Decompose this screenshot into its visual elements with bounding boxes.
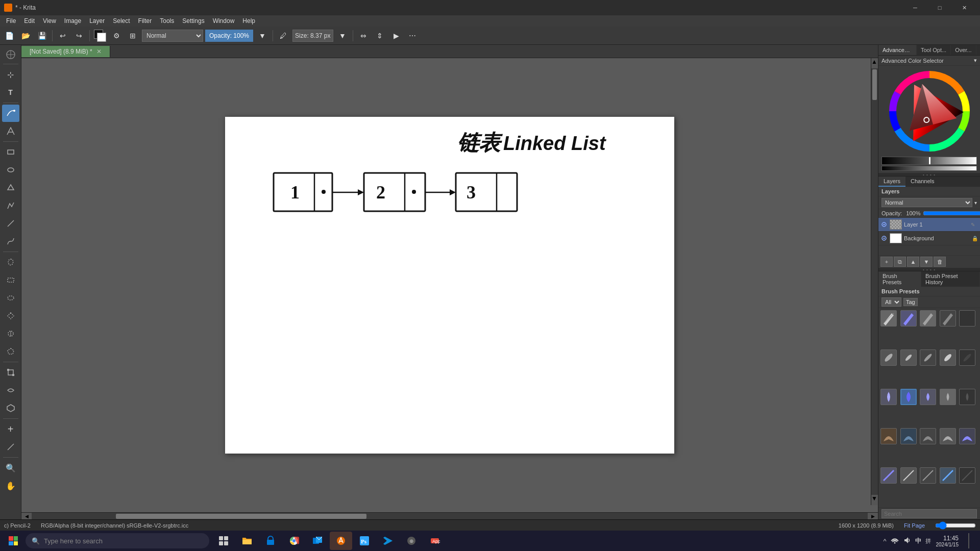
more-options-button[interactable]: ⋯ [405,29,420,43]
close-tab-button[interactable]: ✕ [96,48,102,55]
brush-preset-9[interactable] [940,349,956,366]
menu-help[interactable]: Help [238,16,259,26]
channels-tab[interactable]: Channels [905,177,939,187]
tab-advanced-color-selector[interactable]: Advanced Color Sele... [878,45,917,55]
brush-preset-7[interactable] [900,349,917,366]
brush-preset-16[interactable] [880,428,897,444]
brush-preset-18[interactable] [920,428,936,444]
add-layer-button[interactable]: + [880,257,893,267]
rectangle-tool[interactable] [2,143,19,161]
vscode-button[interactable] [377,532,399,550]
brush-settings-button[interactable]: ⚙ [109,29,124,43]
start-button[interactable] [2,532,24,550]
pan-tool[interactable]: ✋ [2,477,19,494]
scroll-left-button[interactable]: ◀ [21,513,32,520]
brush-preset-24[interactable] [940,467,956,484]
brush-history-tab[interactable]: Brush Preset History [921,271,980,287]
brush-preset-12[interactable] [900,389,917,405]
redo-button[interactable]: ↪ [72,29,86,43]
delete-layer-button[interactable]: 🗑 [934,257,946,267]
taskbar-search-box[interactable]: 🔍 Type here to search [26,533,209,548]
brush-preset-3[interactable] [920,310,936,327]
store-button[interactable] [259,532,282,550]
menu-tools[interactable]: Tools [156,16,178,26]
taskbar-clock[interactable]: 11:45 2024/1/15 [933,534,962,548]
brush-preset-4[interactable] [940,310,956,327]
freehand-brush-tool[interactable] [2,105,19,122]
menu-select[interactable]: Select [109,16,134,26]
brush-preset-19[interactable] [940,428,956,444]
scroll-right-button[interactable]: ▶ [868,513,878,520]
layers-blend-mode-select[interactable]: Normal [881,198,972,207]
brush-presets-tab[interactable]: Brush Presets [878,271,921,287]
fit-page-button[interactable]: Fit Page [904,522,925,529]
file-explorer-button[interactable] [236,532,258,550]
brush-preset-6[interactable] [880,349,897,366]
brush-preset-1[interactable] [880,310,897,327]
scroll-down-button[interactable]: ▼ [871,495,878,505]
transform-tool[interactable]: ⊹ [2,66,19,83]
copy-layer-button[interactable]: ⧉ [894,257,906,267]
menu-view[interactable]: View [39,16,60,26]
brush-preset-21[interactable] [880,467,897,484]
scroll-thumb[interactable] [872,69,877,100]
measure-tool[interactable] [2,438,19,456]
scroll-up-button[interactable]: ▲ [871,58,878,68]
polygon-tool[interactable] [2,179,19,196]
bezier-tool[interactable] [2,233,19,250]
extra-app-2-button[interactable]: App [424,532,446,550]
line-tool[interactable] [2,215,19,232]
brush-preset-25[interactable] [959,467,975,484]
color-selector-collapse[interactable]: ▾ [974,57,977,64]
similar-select-tool[interactable] [2,343,19,360]
brush-preset-20[interactable] [959,428,975,444]
rect-select-tool[interactable] [2,271,19,289]
brush-preset-8[interactable] [920,349,936,366]
opacity-button[interactable]: Opacity: 100% [205,30,253,42]
calligraphy-tool[interactable] [2,122,19,140]
menu-window[interactable]: Window [209,16,239,26]
menu-image[interactable]: Image [60,16,85,26]
layers-tab[interactable]: Layers [878,177,905,187]
photoshop-button[interactable]: Ps [353,532,376,550]
background-visibility-toggle[interactable] [880,235,888,242]
move-layer-up-button[interactable]: ▲ [907,257,919,267]
brush-filter-select[interactable]: All [881,297,901,307]
brush-search-input[interactable] [881,509,977,518]
brush-preset-14[interactable] [940,389,956,405]
drawing-canvas[interactable]: 链表 Linked List 1 2 [225,117,674,454]
color-value-bar[interactable] [881,166,977,171]
cage-tool[interactable] [2,399,19,417]
tab-tool-options[interactable]: Tool Opt... [917,45,951,55]
tray-ime-label[interactable]: 拼 [925,537,931,545]
ellipse-select-tool[interactable] [2,289,19,307]
krita-taskbar-button[interactable] [330,532,352,550]
canvas-tab[interactable]: [Not Saved] (8.9 MiB) * ✕ [21,46,110,57]
transform-mask-tool[interactable] [2,364,19,381]
save-file-button[interactable]: 💾 [35,29,49,43]
grid-toggle-button[interactable]: ⊞ [126,29,140,43]
close-button[interactable]: ✕ [952,0,976,15]
brush-preset-13[interactable] [920,389,936,405]
add-tool[interactable]: + [2,420,19,438]
color-select-tool[interactable] [2,325,19,342]
brush-preset-15[interactable] [959,389,975,405]
canvas-container[interactable]: 链表 Linked List 1 2 [21,58,878,512]
menu-settings[interactable]: Settings [178,16,208,26]
brush-preset-17[interactable] [900,428,917,444]
chrome-button[interactable] [283,532,305,550]
undo-button[interactable]: ↩ [56,29,70,43]
maximize-button[interactable]: □ [928,0,951,15]
brush-preset-2[interactable] [900,310,917,327]
opacity-adjust-button[interactable]: ▼ [255,29,270,43]
warp-tool[interactable] [2,382,19,399]
vertical-scrollbar[interactable]: ▲ ▼ [871,58,878,505]
tab-overview[interactable]: Over... [951,45,976,55]
zoom-slider[interactable] [935,523,976,528]
layer-item-layer1[interactable]: Layer 1 ✎ [878,218,980,232]
ellipse-tool[interactable] [2,161,19,179]
color-gradient-bar[interactable] [881,157,977,165]
tray-ime-zh[interactable]: 中 [915,537,921,545]
brush-preset-23[interactable] [920,467,936,484]
brush-preset-22[interactable] [900,467,917,484]
